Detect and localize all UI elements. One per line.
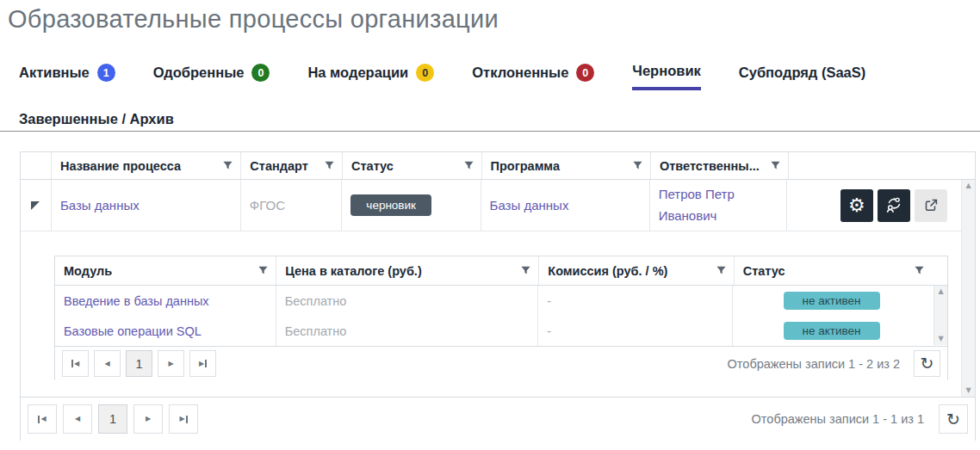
subgrid-pager: ◀ ◀ 1 ▶ ▶ Отображены записи 1 - 2 из 2 ↻ xyxy=(55,346,947,380)
filter-icon[interactable] xyxy=(257,265,269,276)
module-link[interactable]: Введение в базы данных xyxy=(64,294,209,308)
seek-last-icon xyxy=(186,416,188,423)
status-cell: черновик xyxy=(342,180,481,231)
refresh-button[interactable]: ↻ xyxy=(914,350,940,377)
swap-user-icon xyxy=(884,195,903,215)
header-label: Комиссия (руб. / %) xyxy=(548,264,667,278)
refresh-icon: ↻ xyxy=(946,411,960,428)
subgrid-vertical-scrollbar[interactable]: ▲ ▼ xyxy=(933,286,947,345)
refresh-icon: ↻ xyxy=(921,355,934,372)
header-expand-column xyxy=(21,152,52,179)
page-number-button[interactable]: 1 xyxy=(98,404,127,434)
program-link[interactable]: Базы данных xyxy=(490,198,569,213)
open-external-icon xyxy=(922,197,940,214)
prev-page-icon: ◀ xyxy=(75,416,80,422)
first-page-button[interactable]: ◀ xyxy=(62,350,89,377)
header-program: Программа xyxy=(482,152,651,179)
detail-row: Модуль Цена в каталоге (руб.) Комиссия (… xyxy=(21,231,975,398)
commission-cell: - xyxy=(538,316,733,346)
seek-first-icon xyxy=(71,360,73,367)
count-badge: 0 xyxy=(416,64,434,82)
filter-icon[interactable] xyxy=(914,265,925,276)
prev-page-icon: ◀ xyxy=(104,361,109,367)
count-badge: 0 xyxy=(576,64,594,82)
filter-icon[interactable] xyxy=(520,265,531,276)
standard-cell: ФГОС xyxy=(241,180,342,231)
filter-icon[interactable] xyxy=(222,160,233,171)
header-module-status: Статус xyxy=(735,256,932,285)
table-row: Базы данных ФГОС черновик Базы данных Пе… xyxy=(21,180,975,231)
price-cell: Бесплатно xyxy=(276,316,538,346)
tab-draft[interactable]: Черновик xyxy=(632,63,700,90)
scroll-up-icon[interactable]: ▲ xyxy=(938,288,943,295)
prev-page-button[interactable]: ◀ xyxy=(63,404,92,434)
tabstrip-divider xyxy=(0,131,980,132)
scroll-up-icon[interactable]: ▲ xyxy=(965,182,971,189)
module-link[interactable]: Базовые операции SQL xyxy=(64,324,202,338)
open-external-button[interactable] xyxy=(915,189,947,222)
module-cell: Базовые операции SQL xyxy=(55,316,276,346)
refresh-button[interactable]: ↻ xyxy=(939,404,968,434)
process-name-cell: Базы данных xyxy=(52,180,241,231)
grid-vertical-scrollbar[interactable]: ▲ ▼ xyxy=(961,180,975,397)
tab-label: Отклоненные xyxy=(472,65,568,81)
actions-cell: ⚙ xyxy=(787,180,958,231)
filter-icon[interactable] xyxy=(770,160,781,171)
filter-icon[interactable] xyxy=(632,160,643,171)
header-commission: Комиссия (руб. / %) xyxy=(539,256,734,285)
last-page-button[interactable]: ▶ xyxy=(169,404,198,434)
status-badge: не активен xyxy=(784,322,880,340)
header-label: Стандарт xyxy=(250,159,307,173)
module-cell: Введение в базы данных xyxy=(55,286,276,316)
gear-icon: ⚙ xyxy=(848,196,865,215)
program-cell: Базы данных xyxy=(481,180,650,231)
scroll-down-icon[interactable]: ▼ xyxy=(938,336,943,342)
tab-label: Субподряд (SaaS) xyxy=(739,65,866,81)
subgrid-header-row: Модуль Цена в каталоге (руб.) Комиссия (… xyxy=(55,256,947,286)
count-badge: 1 xyxy=(97,64,115,82)
header-label: Статус xyxy=(351,159,394,173)
last-page-button[interactable]: ▶ xyxy=(189,350,216,377)
table-row: Базовые операции SQL Бесплатно - не акти… xyxy=(55,316,947,346)
header-process-name: Название процесса xyxy=(52,152,241,179)
tab-label: Одобренные xyxy=(153,65,245,81)
reassign-responsible-button[interactable] xyxy=(878,189,910,222)
grid-pager: ◀ ◀ 1 ▶ ▶ Отображены записи 1 - 1 из 1 ↻ xyxy=(21,398,975,441)
header-label: Цена в каталоге (руб.) xyxy=(285,264,422,278)
process-name-link[interactable]: Базы данных xyxy=(60,198,140,213)
page-title: Образовательные процессы организации xyxy=(8,5,499,34)
processes-grid: Название процесса Стандарт Статус Програ… xyxy=(20,151,976,441)
first-page-button[interactable]: ◀ xyxy=(28,404,57,434)
header-label: Ответственны... xyxy=(660,159,760,173)
tab-moderation[interactable]: На модерации 0 xyxy=(307,63,434,90)
filter-icon[interactable] xyxy=(716,265,727,276)
status-badge: не активен xyxy=(784,292,880,310)
next-page-icon: ▶ xyxy=(179,416,184,422)
header-module: Модуль xyxy=(55,256,276,285)
commission-cell: - xyxy=(538,286,733,316)
status-badge: черновик xyxy=(350,194,431,216)
subgrid-header-scrollbar-spacer xyxy=(932,256,947,285)
responsible-link[interactable]: Петров Петр Иванович xyxy=(659,184,778,227)
tab-subcontract[interactable]: Субподряд (SaaS) xyxy=(739,63,866,90)
scroll-down-icon[interactable]: ▼ xyxy=(965,387,971,394)
filter-icon[interactable] xyxy=(324,160,335,171)
pager-info: Отображены записи 1 - 2 из 2 xyxy=(728,357,900,371)
header-status: Статус xyxy=(343,152,482,179)
tab-rejected[interactable]: Отклоненные 0 xyxy=(472,63,594,90)
settings-button[interactable]: ⚙ xyxy=(840,189,873,222)
tab-label: Активные xyxy=(19,65,90,81)
price-cell: Бесплатно xyxy=(276,286,538,316)
collapse-row-icon[interactable] xyxy=(31,201,40,210)
tab-approved[interactable]: Одобренные 0 xyxy=(153,63,270,90)
filter-icon[interactable] xyxy=(463,160,474,171)
header-label: Модуль xyxy=(64,264,112,278)
table-row: Введение в базы данных Бесплатно - не ак… xyxy=(55,286,947,316)
page-number-button[interactable]: 1 xyxy=(126,350,152,377)
next-page-button[interactable]: ▶ xyxy=(133,404,163,434)
tab-active[interactable]: Активные 1 xyxy=(19,63,115,90)
prev-page-button[interactable]: ◀ xyxy=(94,350,121,377)
next-page-button[interactable]: ▶ xyxy=(158,350,184,377)
header-label: Название процесса xyxy=(60,159,181,173)
tab-label: Черновик xyxy=(632,63,700,79)
